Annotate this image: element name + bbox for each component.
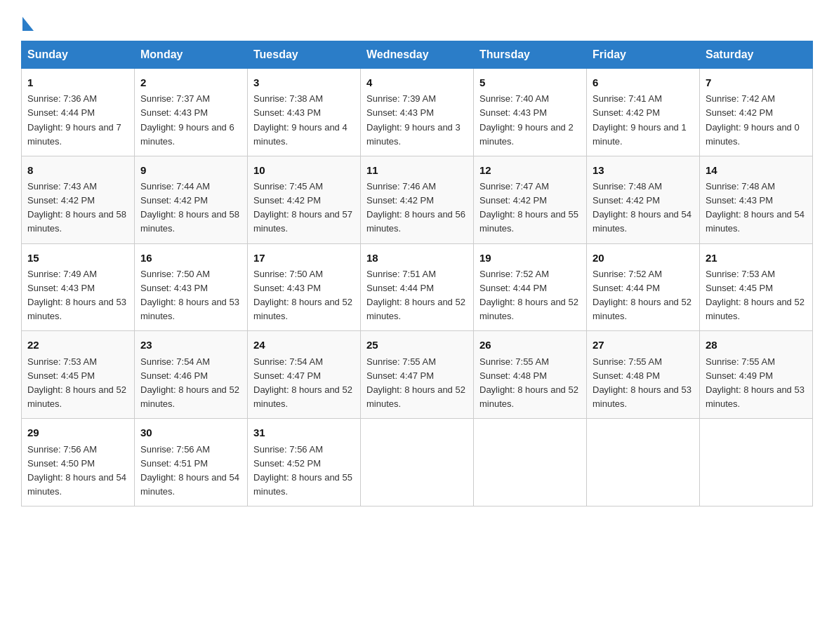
day-number: 31 <box>253 424 355 441</box>
day-info: Sunrise: 7:55 AMSunset: 4:47 PMDaylight:… <box>366 356 465 409</box>
day-number: 1 <box>27 74 128 90</box>
day-number: 26 <box>479 337 581 353</box>
weekday-header-monday: Monday <box>135 41 248 69</box>
weekday-header-thursday: Thursday <box>474 41 587 69</box>
calendar-day-cell: 8Sunrise: 7:43 AMSunset: 4:42 PMDaylight… <box>22 156 135 243</box>
calendar-day-cell: 1Sunrise: 7:36 AMSunset: 4:44 PMDaylight… <box>22 69 135 156</box>
day-info: Sunrise: 7:50 AMSunset: 4:43 PMDaylight:… <box>140 269 239 321</box>
day-info: Sunrise: 7:45 AMSunset: 4:42 PMDaylight:… <box>253 181 352 234</box>
calendar-day-cell: 28Sunrise: 7:55 AMSunset: 4:49 PMDayligh… <box>700 331 813 419</box>
calendar-day-cell: 26Sunrise: 7:55 AMSunset: 4:48 PMDayligh… <box>474 331 587 419</box>
day-info: Sunrise: 7:38 AMSunset: 4:43 PMDaylight:… <box>253 93 348 146</box>
day-number: 15 <box>27 250 128 266</box>
day-info: Sunrise: 7:43 AMSunset: 4:42 PMDaylight:… <box>27 181 126 234</box>
calendar-week-row: 8Sunrise: 7:43 AMSunset: 4:42 PMDaylight… <box>22 156 813 243</box>
calendar-day-cell: 12Sunrise: 7:47 AMSunset: 4:42 PMDayligh… <box>474 156 587 243</box>
calendar-day-cell: 22Sunrise: 7:53 AMSunset: 4:45 PMDayligh… <box>22 331 135 419</box>
calendar-day-cell: 25Sunrise: 7:55 AMSunset: 4:47 PMDayligh… <box>361 331 474 419</box>
day-info: Sunrise: 7:49 AMSunset: 4:43 PMDaylight:… <box>27 269 126 321</box>
calendar-day-cell: 4Sunrise: 7:39 AMSunset: 4:43 PMDaylight… <box>361 69 474 156</box>
calendar-week-row: 29Sunrise: 7:56 AMSunset: 4:50 PMDayligh… <box>22 419 813 507</box>
calendar-day-cell <box>587 419 700 507</box>
day-number: 27 <box>593 337 694 353</box>
day-info: Sunrise: 7:56 AMSunset: 4:50 PMDaylight:… <box>27 444 126 497</box>
calendar-day-cell: 19Sunrise: 7:52 AMSunset: 4:44 PMDayligh… <box>474 243 587 331</box>
day-number: 29 <box>27 424 128 441</box>
calendar-day-cell <box>361 419 474 507</box>
day-number: 22 <box>27 337 128 353</box>
weekday-header-tuesday: Tuesday <box>248 41 361 69</box>
day-info: Sunrise: 7:55 AMSunset: 4:48 PMDaylight:… <box>593 356 691 409</box>
calendar-day-cell: 6Sunrise: 7:41 AMSunset: 4:42 PMDaylight… <box>587 69 700 156</box>
weekday-header-row: SundayMondayTuesdayWednesdayThursdayFrid… <box>22 41 813 69</box>
day-number: 11 <box>366 162 468 178</box>
calendar-day-cell <box>700 419 813 507</box>
calendar-day-cell: 3Sunrise: 7:38 AMSunset: 4:43 PMDaylight… <box>248 69 361 156</box>
day-number: 18 <box>366 250 468 266</box>
calendar-day-cell: 29Sunrise: 7:56 AMSunset: 4:50 PMDayligh… <box>22 419 135 507</box>
calendar-day-cell: 15Sunrise: 7:49 AMSunset: 4:43 PMDayligh… <box>22 243 135 331</box>
day-info: Sunrise: 7:54 AMSunset: 4:47 PMDaylight:… <box>253 356 352 409</box>
day-info: Sunrise: 7:44 AMSunset: 4:42 PMDaylight:… <box>140 181 239 234</box>
day-number: 12 <box>479 162 581 178</box>
day-number: 4 <box>366 74 468 90</box>
day-number: 28 <box>706 337 807 353</box>
day-number: 2 <box>140 74 241 90</box>
day-info: Sunrise: 7:37 AMSunset: 4:43 PMDaylight:… <box>140 93 234 146</box>
day-number: 21 <box>706 250 807 266</box>
page-header <box>21 14 813 28</box>
calendar-week-row: 15Sunrise: 7:49 AMSunset: 4:43 PMDayligh… <box>22 243 813 331</box>
calendar-day-cell: 11Sunrise: 7:46 AMSunset: 4:42 PMDayligh… <box>361 156 474 243</box>
calendar-day-cell: 16Sunrise: 7:50 AMSunset: 4:43 PMDayligh… <box>135 243 248 331</box>
day-info: Sunrise: 7:42 AMSunset: 4:42 PMDaylight:… <box>706 93 800 146</box>
day-info: Sunrise: 7:55 AMSunset: 4:48 PMDaylight:… <box>479 356 578 409</box>
day-number: 30 <box>140 424 241 441</box>
day-info: Sunrise: 7:56 AMSunset: 4:52 PMDaylight:… <box>253 444 352 497</box>
calendar-day-cell: 24Sunrise: 7:54 AMSunset: 4:47 PMDayligh… <box>248 331 361 419</box>
day-info: Sunrise: 7:39 AMSunset: 4:43 PMDaylight:… <box>366 93 461 146</box>
day-info: Sunrise: 7:48 AMSunset: 4:42 PMDaylight:… <box>593 181 691 234</box>
day-number: 7 <box>706 74 807 90</box>
day-number: 23 <box>140 337 241 353</box>
day-number: 3 <box>253 74 355 90</box>
calendar-day-cell: 7Sunrise: 7:42 AMSunset: 4:42 PMDaylight… <box>700 69 813 156</box>
calendar-day-cell: 14Sunrise: 7:48 AMSunset: 4:43 PMDayligh… <box>700 156 813 243</box>
calendar-table: SundayMondayTuesdayWednesdayThursdayFrid… <box>21 41 813 507</box>
calendar-day-cell: 27Sunrise: 7:55 AMSunset: 4:48 PMDayligh… <box>587 331 700 419</box>
day-info: Sunrise: 7:36 AMSunset: 4:44 PMDaylight:… <box>27 93 121 146</box>
calendar-week-row: 1Sunrise: 7:36 AMSunset: 4:44 PMDaylight… <box>22 69 813 156</box>
day-number: 20 <box>593 250 694 266</box>
day-info: Sunrise: 7:53 AMSunset: 4:45 PMDaylight:… <box>27 356 126 409</box>
calendar-week-row: 22Sunrise: 7:53 AMSunset: 4:45 PMDayligh… <box>22 331 813 419</box>
day-info: Sunrise: 7:55 AMSunset: 4:49 PMDaylight:… <box>706 356 805 409</box>
day-info: Sunrise: 7:41 AMSunset: 4:42 PMDaylight:… <box>593 93 687 146</box>
calendar-day-cell: 13Sunrise: 7:48 AMSunset: 4:42 PMDayligh… <box>587 156 700 243</box>
day-number: 25 <box>366 337 468 353</box>
calendar-day-cell: 21Sunrise: 7:53 AMSunset: 4:45 PMDayligh… <box>700 243 813 331</box>
weekday-header-friday: Friday <box>587 41 700 69</box>
calendar-day-cell: 17Sunrise: 7:50 AMSunset: 4:43 PMDayligh… <box>248 243 361 331</box>
calendar-day-cell: 30Sunrise: 7:56 AMSunset: 4:51 PMDayligh… <box>135 419 248 507</box>
day-number: 16 <box>140 250 241 266</box>
calendar-day-cell: 18Sunrise: 7:51 AMSunset: 4:44 PMDayligh… <box>361 243 474 331</box>
calendar-day-cell: 23Sunrise: 7:54 AMSunset: 4:46 PMDayligh… <box>135 331 248 419</box>
day-info: Sunrise: 7:52 AMSunset: 4:44 PMDaylight:… <box>593 269 691 321</box>
day-info: Sunrise: 7:51 AMSunset: 4:44 PMDaylight:… <box>366 269 465 321</box>
day-number: 24 <box>253 337 355 353</box>
day-info: Sunrise: 7:53 AMSunset: 4:45 PMDaylight:… <box>706 269 805 321</box>
day-number: 19 <box>479 250 581 266</box>
calendar-day-cell: 5Sunrise: 7:40 AMSunset: 4:43 PMDaylight… <box>474 69 587 156</box>
day-info: Sunrise: 7:54 AMSunset: 4:46 PMDaylight:… <box>140 356 239 409</box>
day-number: 5 <box>479 74 581 90</box>
day-number: 10 <box>253 162 355 178</box>
day-info: Sunrise: 7:52 AMSunset: 4:44 PMDaylight:… <box>479 269 578 321</box>
calendar-day-cell: 10Sunrise: 7:45 AMSunset: 4:42 PMDayligh… <box>248 156 361 243</box>
calendar-day-cell <box>474 419 587 507</box>
day-number: 17 <box>253 250 355 266</box>
day-number: 13 <box>593 162 694 178</box>
day-info: Sunrise: 7:48 AMSunset: 4:43 PMDaylight:… <box>706 181 805 234</box>
logo <box>21 14 34 28</box>
day-info: Sunrise: 7:47 AMSunset: 4:42 PMDaylight:… <box>479 181 578 234</box>
weekday-header-saturday: Saturday <box>700 41 813 69</box>
weekday-header-wednesday: Wednesday <box>361 41 474 69</box>
